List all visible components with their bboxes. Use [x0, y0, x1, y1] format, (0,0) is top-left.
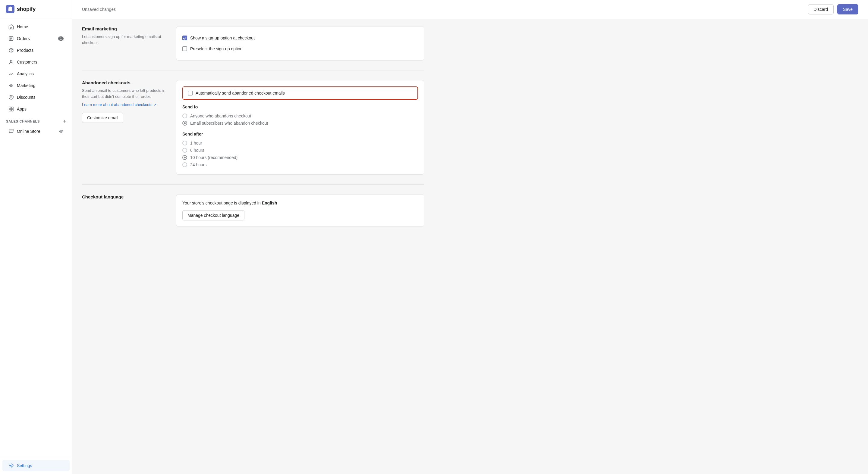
sidebar-logo: shopify	[0, 0, 72, 19]
sidebar-item-marketing[interactable]: Marketing	[2, 80, 70, 91]
sidebar-item-marketing-label: Marketing	[17, 83, 35, 88]
abandoned-checkouts-heading: Abandoned checkouts	[82, 80, 166, 85]
checkout-language-heading: Checkout language	[82, 194, 166, 199]
sidebar-item-analytics[interactable]: Analytics	[2, 68, 70, 79]
email-marketing-description: Let customers sign up for marketing emai…	[82, 34, 166, 45]
discounts-icon	[8, 95, 14, 100]
sidebar-bottom: Settings	[0, 457, 72, 474]
main-area: Unsaved changes Discard Save Email marke…	[72, 0, 868, 474]
send-to-anyone-label: Anyone who abandons checkout	[190, 113, 251, 118]
send-after-10h-radio[interactable]	[182, 155, 187, 160]
unsaved-changes-label: Unsaved changes	[82, 7, 116, 12]
sales-channels-label: SALES CHANNELS	[6, 120, 40, 123]
send-to-anyone-row: Anyone who abandons checkout	[182, 112, 418, 120]
sidebar-item-online-store[interactable]: Online Store	[2, 126, 70, 137]
sidebar-item-apps[interactable]: Apps	[2, 103, 70, 115]
sidebar-item-discounts[interactable]: Discounts	[2, 92, 70, 103]
sidebar-item-home-label: Home	[17, 24, 28, 29]
sidebar-item-customers[interactable]: Customers	[2, 56, 70, 68]
email-marketing-section: Email marketing Let customers sign up fo…	[82, 26, 424, 70]
products-icon	[8, 47, 14, 53]
sidebar-item-products[interactable]: Products	[2, 44, 70, 56]
add-sales-channel-button[interactable]: +	[63, 118, 66, 124]
send-after-6h-label: 6 hours	[190, 148, 204, 153]
home-icon	[8, 24, 14, 30]
send-to-subscribers-label: Email subscribers who abandon checkout	[190, 121, 268, 126]
sidebar-item-products-label: Products	[17, 48, 33, 53]
topbar-actions: Discard Save	[808, 4, 858, 14]
svg-rect-3	[9, 107, 11, 109]
email-marketing-heading: Email marketing	[82, 26, 166, 31]
sidebar-logo-text: shopify	[17, 6, 36, 12]
abandoned-checkouts-description: Send an email to customers who left prod…	[82, 88, 166, 99]
email-marketing-label: Email marketing Let customers sign up fo…	[82, 26, 166, 61]
eye-icon	[59, 129, 64, 134]
svg-point-2	[10, 85, 12, 86]
send-to-section: Send to Anyone who abandons checkout Ema…	[182, 104, 418, 127]
save-button[interactable]: Save	[837, 4, 858, 14]
send-after-24h-row: 24 hours	[182, 161, 418, 168]
svg-rect-4	[11, 107, 13, 109]
auto-send-checkbox[interactable]	[188, 91, 193, 96]
apps-icon	[8, 106, 14, 112]
analytics-icon	[8, 71, 14, 76]
sidebar: shopify Home Orders 1	[0, 0, 72, 474]
send-after-10h-row: 10 hours (recommended)	[182, 154, 418, 161]
preselect-signup-checkbox[interactable]	[182, 46, 187, 51]
svg-point-1	[10, 60, 12, 62]
sales-channels-section: SALES CHANNELS +	[0, 115, 72, 125]
sidebar-item-customers-label: Customers	[17, 60, 37, 64]
checkout-language-label: Checkout language	[82, 194, 166, 227]
orders-icon	[8, 36, 14, 41]
send-after-24h-label: 24 hours	[190, 162, 207, 167]
sidebar-item-settings[interactable]: Settings	[2, 460, 70, 471]
send-after-section: Send after 1 hour 6 hours 10 hours (reco…	[182, 132, 418, 168]
auto-send-row: Automatically send abandoned checkout em…	[188, 91, 412, 96]
abandoned-checkouts-link-suffix: .	[157, 102, 158, 107]
send-after-24h-radio[interactable]	[182, 162, 187, 167]
send-to-heading: Send to	[182, 104, 418, 109]
send-after-1h-row: 1 hour	[182, 139, 418, 147]
checkout-language-section: Checkout language Your store's checkout …	[82, 194, 424, 236]
external-link-icon: ↗	[153, 103, 156, 107]
preselect-signup-row: Preselect the sign-up option	[182, 43, 418, 54]
customers-icon	[8, 59, 14, 65]
show-signup-row: Show a sign-up option at checkout	[182, 33, 418, 43]
send-after-1h-radio[interactable]	[182, 141, 187, 145]
abandoned-checkouts-label: Abandoned checkouts Send an email to cus…	[82, 80, 166, 175]
send-to-subscribers-radio[interactable]	[182, 121, 187, 126]
show-signup-checkbox[interactable]	[182, 36, 187, 40]
svg-point-8	[10, 465, 12, 467]
auto-send-highlight: Automatically send abandoned checkout em…	[182, 87, 418, 100]
send-to-anyone-radio[interactable]	[182, 113, 187, 118]
show-signup-label: Show a sign-up option at checkout	[190, 36, 255, 40]
settings-icon	[8, 463, 14, 468]
send-after-6h-radio[interactable]	[182, 148, 187, 153]
online-store-icon	[8, 129, 14, 134]
preselect-signup-label: Preselect the sign-up option	[190, 46, 243, 51]
send-after-6h-row: 6 hours	[182, 147, 418, 154]
customize-email-button[interactable]: Customize email	[82, 113, 123, 123]
abandoned-checkouts-link[interactable]: Learn more about abandoned checkouts ↗	[82, 102, 157, 107]
auto-send-label: Automatically send abandoned checkout em…	[195, 91, 285, 96]
sidebar-item-analytics-label: Analytics	[17, 71, 34, 76]
sidebar-item-home[interactable]: Home	[2, 21, 70, 33]
marketing-icon	[8, 83, 14, 88]
sidebar-item-settings-label: Settings	[17, 463, 32, 468]
abandoned-checkouts-content: Automatically send abandoned checkout em…	[176, 80, 424, 175]
orders-badge: 1	[58, 36, 64, 41]
checkout-language-value: English	[262, 201, 277, 205]
checkout-language-description: Your store's checkout page is displayed …	[182, 201, 418, 205]
checkout-language-content: Your store's checkout page is displayed …	[176, 194, 424, 227]
discard-button[interactable]: Discard	[808, 4, 834, 14]
topbar: Unsaved changes Discard Save	[72, 0, 868, 19]
send-after-10h-label: 10 hours (recommended)	[190, 155, 238, 160]
manage-checkout-language-button[interactable]: Manage checkout language	[182, 210, 244, 221]
sidebar-item-discounts-label: Discounts	[17, 95, 35, 100]
sidebar-item-online-store-label: Online Store	[17, 129, 40, 134]
sidebar-item-orders[interactable]: Orders 1	[2, 33, 70, 44]
sidebar-item-orders-label: Orders	[17, 36, 30, 41]
svg-rect-5	[9, 109, 11, 111]
abandoned-checkouts-section: Abandoned checkouts Send an email to cus…	[82, 80, 424, 184]
sidebar-item-apps-label: Apps	[17, 107, 27, 111]
